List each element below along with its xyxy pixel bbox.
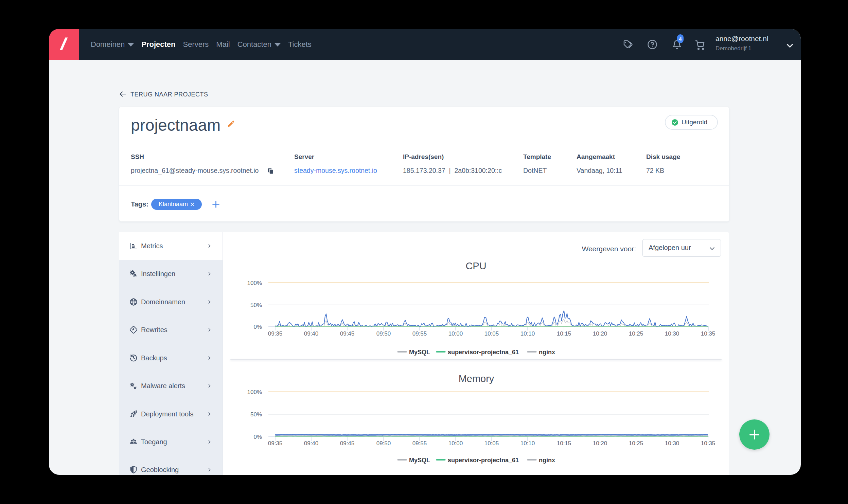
svg-text:10:35: 10:35: [701, 440, 716, 447]
svg-text:10:00: 10:00: [448, 440, 463, 447]
svg-text:10:25: 10:25: [629, 330, 643, 337]
svg-text:10:25: 10:25: [629, 440, 643, 447]
svg-text:09:50: 09:50: [376, 440, 391, 447]
svg-text:100%: 100%: [247, 389, 262, 395]
svg-text:50%: 50%: [250, 302, 262, 308]
svg-text:10:10: 10:10: [520, 440, 535, 447]
svg-text:09:40: 09:40: [304, 330, 319, 337]
svg-text:09:45: 09:45: [340, 330, 355, 337]
svg-text:supervisor-projectna_61: supervisor-projectna_61: [448, 349, 519, 356]
svg-text:10:30: 10:30: [665, 330, 679, 337]
svg-text:MySQL: MySQL: [409, 349, 430, 356]
svg-text:09:55: 09:55: [412, 440, 427, 447]
svg-text:10:05: 10:05: [484, 330, 499, 337]
svg-text:09:45: 09:45: [340, 440, 355, 447]
svg-text:09:35: 09:35: [268, 440, 283, 447]
svg-text:nginx: nginx: [539, 349, 555, 356]
svg-text:100%: 100%: [247, 280, 262, 286]
svg-text:09:50: 09:50: [376, 330, 391, 337]
svg-text:10:15: 10:15: [557, 330, 571, 337]
svg-text:10:20: 10:20: [593, 440, 607, 447]
svg-text:MySQL: MySQL: [409, 457, 430, 464]
svg-text:supervisor-projectna_61: supervisor-projectna_61: [448, 457, 519, 464]
svg-text:10:30: 10:30: [665, 440, 679, 447]
svg-text:50%: 50%: [250, 411, 262, 418]
svg-text:10:35: 10:35: [701, 330, 716, 337]
svg-text:CPU: CPU: [465, 260, 486, 271]
svg-text:0%: 0%: [253, 434, 262, 440]
svg-text:0%: 0%: [253, 324, 262, 330]
svg-text:10:20: 10:20: [593, 330, 607, 337]
svg-text:10:00: 10:00: [448, 330, 463, 337]
svg-text:Memory: Memory: [459, 373, 494, 384]
svg-text:10:05: 10:05: [484, 440, 499, 447]
svg-text:09:55: 09:55: [412, 330, 427, 337]
svg-text:nginx: nginx: [539, 457, 555, 464]
svg-text:10:15: 10:15: [557, 440, 571, 447]
svg-text:10:10: 10:10: [520, 330, 535, 337]
svg-text:09:40: 09:40: [304, 440, 319, 447]
svg-text:09:35: 09:35: [268, 330, 283, 337]
